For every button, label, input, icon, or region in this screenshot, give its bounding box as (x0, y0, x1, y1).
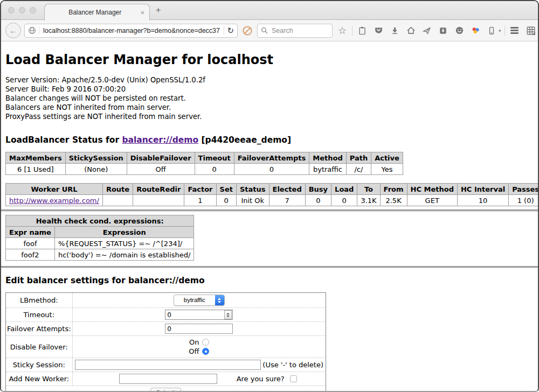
data-cell: Off (127, 164, 195, 175)
section-divider (1, 209, 538, 212)
search-input[interactable] (271, 26, 329, 35)
header-cell: Set (216, 184, 236, 195)
bookmark-star-icon[interactable]: ☆ (336, 24, 349, 38)
header-cell: RouteRedir (133, 184, 184, 195)
timeout-label: Timeout: (6, 308, 73, 322)
window-zoom-button[interactable] (30, 7, 36, 13)
disable-failover-off-radio[interactable] (202, 348, 209, 355)
disable-failover-label: Disable Failover: (6, 336, 73, 358)
download-square-icon[interactable] (437, 24, 450, 38)
form-row-timeout: Timeout: (6, 308, 326, 322)
table-row: 6 [1 Used] (None) Off 0 0 bytraffic /c/ … (6, 164, 403, 175)
header-cell: Expr name (6, 227, 55, 238)
address-bar[interactable]: ↻ (24, 24, 238, 38)
header-cell: Timeout (195, 152, 234, 164)
submit-button[interactable]: Submit (150, 388, 182, 392)
table-row: http://www.example.com/ 1 0 Init Ok 7 0 … (6, 195, 539, 206)
header-cell: Expression (54, 227, 194, 238)
failover-attempts-cell (72, 322, 326, 336)
table-header-row: Worker URL Route RouteRedir Factor Set S… (6, 184, 539, 195)
timeout-input[interactable] (165, 311, 224, 319)
data-cell (133, 195, 184, 206)
data-cell: 7 (269, 195, 305, 206)
new-tab-button[interactable]: + (156, 5, 161, 15)
sticky-session-input[interactable] (75, 360, 261, 370)
section-divider (1, 266, 538, 268)
url-input[interactable] (42, 26, 221, 35)
chat-smiley-icon[interactable] (453, 24, 466, 38)
clipboard-icon[interactable] (356, 24, 369, 38)
status-heading: LoadBalancer Status for balancer://demo … (5, 135, 534, 145)
header-cell: HC Method (407, 184, 457, 195)
window-close-button[interactable] (8, 7, 15, 13)
header-cell: Worker URL (6, 184, 103, 195)
header-cell: Status (236, 184, 269, 195)
urlbar-divider (224, 26, 224, 34)
header-cell: HC Interval (457, 184, 508, 195)
data-cell: 6 [1 Used] (6, 164, 66, 175)
send-plane-icon[interactable] (420, 24, 433, 38)
navigation-toolbar: ← ↻ ☆ (1, 20, 538, 41)
table-row: foof %{REQUEST_STATUS} =~ /^[234]/ (6, 238, 194, 249)
failover-attempts-input[interactable] (165, 324, 233, 334)
header-cell: Load (331, 184, 357, 195)
back-button[interactable]: ← (5, 23, 21, 38)
data-cell: hc('body') =~ /domain is established/ (54, 249, 194, 261)
toolbar-divider (505, 26, 505, 36)
header-cell: Method (309, 152, 346, 164)
lbmethod-select[interactable]: bytraffic (174, 295, 225, 306)
server-info: Server Version: Apache/2.5.0-dev (Unix) … (5, 75, 534, 121)
page-title: Load Balancer Manager for localhost (5, 52, 534, 67)
data-cell: 10 (457, 195, 508, 206)
form-row-lbmethod: LBmethod: bytraffic (6, 293, 326, 308)
sticky-session-label: Sticky Session: (6, 358, 73, 372)
data-cell: %{REQUEST_STATUS} =~ /^[234]/ (54, 238, 194, 249)
color-dots-icon[interactable] (469, 24, 482, 38)
lbmethod-label: LBmethod: (6, 293, 73, 308)
failover-attempts-label: Failover Attempts: (6, 322, 73, 336)
balancer-link[interactable]: balancer://demo (122, 135, 198, 145)
form-row-disable-failover: Disable Failover: On Off (6, 336, 326, 358)
health-table-title: Health check cond. expressions: (6, 215, 194, 227)
pocket-icon[interactable] (372, 24, 385, 38)
data-cell: foof2 (6, 249, 55, 261)
add-worker-input[interactable] (119, 374, 217, 384)
table-header-row: MaxMembers StickySession DisableFailover… (6, 152, 403, 164)
data-cell: foof (6, 238, 55, 249)
add-worker-label: Add New Worker: (6, 372, 73, 386)
header-cell: Factor (184, 184, 216, 195)
form-row-sticky-session: Sticky Session: (Use '-' to delete) (6, 358, 326, 372)
worker-url-link[interactable]: http://www.example.com/ (9, 197, 99, 205)
page-content: Load Balancer Manager for localhost Serv… (1, 52, 538, 392)
reload-icon[interactable]: ↻ (227, 26, 234, 34)
app-grid-icon[interactable] (524, 24, 537, 38)
number-stepper-icon[interactable] (224, 310, 232, 319)
search-bar[interactable] (257, 24, 333, 38)
header-cell: MaxMembers (6, 152, 66, 164)
tab-close-icon[interactable]: × (140, 9, 144, 16)
edit-settings-heading: Edit balancer settings for balancer://de… (5, 276, 534, 285)
health-check-table: Health check cond. expressions: Expr nam… (5, 215, 194, 261)
home-icon[interactable] (404, 24, 417, 38)
header-cell: Active (371, 152, 403, 164)
data-cell: bytraffic (309, 164, 346, 175)
balancer-params-table: MaxMembers StickySession DisableFailover… (5, 152, 403, 175)
content-blocked-icon[interactable] (241, 24, 254, 38)
notice-line: ProxyPass settings are NOT inherited fro… (5, 112, 534, 121)
radio-option-off: Off (189, 347, 209, 356)
are-you-sure-checkbox[interactable] (290, 375, 297, 382)
hamburger-menu-icon[interactable] (508, 24, 521, 38)
add-worker-cell: Are you sure? (72, 372, 326, 386)
chevron-down-icon[interactable]: ▾ (499, 28, 501, 33)
form-row-failover-attempts: Failover Attempts: (6, 322, 326, 336)
disable-failover-radio-group: On Off (189, 338, 209, 356)
data-cell: (None) (65, 164, 127, 175)
header-cell: DisableFailover (127, 152, 195, 164)
device-icon[interactable] (485, 24, 498, 38)
are-you-sure-label: Are you sure? (237, 375, 285, 383)
window-minimize-button[interactable] (19, 7, 25, 13)
download-arrow-icon[interactable] (388, 24, 401, 38)
sticky-session-cell: (Use '-' to delete) (72, 358, 326, 372)
disable-failover-on-radio[interactable] (202, 339, 209, 346)
tab-balancer-manager[interactable]: Balancer Manager × (44, 4, 150, 20)
